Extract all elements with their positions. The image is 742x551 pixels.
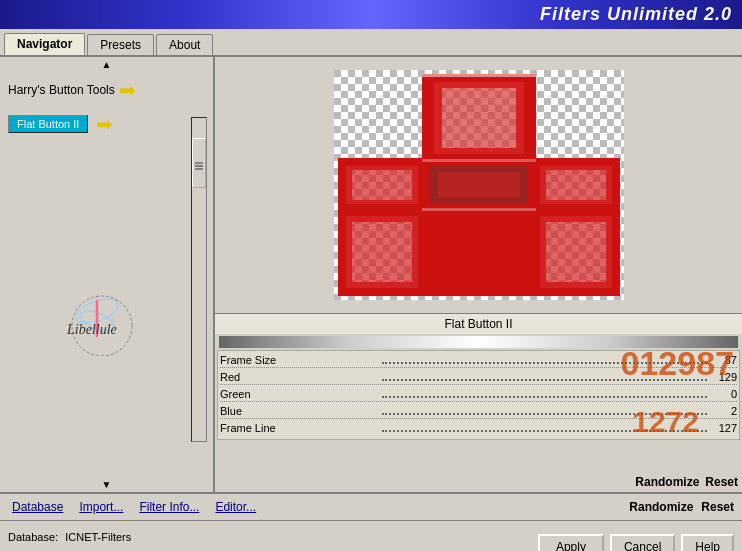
params-section: 012987 1272 Frame Size 87 Red 129 Green … (217, 350, 740, 440)
scroll-thumb[interactable] (192, 138, 206, 188)
title-bar: Filters Unlimited 2.0 (0, 0, 742, 29)
param-label-framesize: Frame Size (220, 354, 382, 366)
param-label-frameline: Frame Line (220, 422, 382, 434)
apply-button[interactable]: Apply (538, 534, 604, 552)
filter-name-display: Flat Button II (215, 313, 742, 334)
right-panel: Flat Button II 012987 1272 Frame Size 87… (215, 57, 742, 492)
param-value-frameline: 127 (707, 422, 737, 434)
tab-about[interactable]: About (156, 34, 213, 55)
toolbar-reset-button[interactable]: Reset (701, 500, 734, 514)
database-button[interactable]: Database (8, 498, 67, 516)
svg-rect-30 (422, 159, 536, 162)
svg-rect-18 (442, 88, 516, 148)
filter-item-row: Harry's Button Tools ➡ (0, 72, 213, 108)
tab-presets[interactable]: Presets (87, 34, 154, 55)
param-dots-2 (382, 390, 707, 398)
param-row-framesize: Frame Size 87 (220, 353, 737, 368)
status-info: Database: ICNET-Filters Filters 1774 (8, 529, 530, 551)
param-dots-3 (382, 407, 707, 415)
param-value-red: 129 (707, 371, 737, 383)
filter-info-button[interactable]: Filter Info... (135, 498, 203, 516)
param-row-green: Green 0 (220, 387, 737, 402)
svg-rect-28 (438, 172, 520, 198)
tab-navigator[interactable]: Navigator (4, 33, 85, 55)
toolbar-right: Randomize Reset (629, 500, 734, 514)
svg-text:Libellule: Libellule (66, 322, 117, 337)
reset-button[interactable]: Reset (705, 475, 738, 489)
svg-rect-14 (422, 208, 536, 296)
status-buttons: Apply Cancel Help (538, 534, 734, 552)
svg-rect-20 (352, 170, 412, 200)
left-panel: ▲ Harry's Button Tools ➡ Flat Button II … (0, 57, 215, 492)
randomize-reset-bar: Randomize Reset (215, 472, 742, 492)
scroll-down[interactable]: ▼ (0, 477, 213, 492)
status-database-row: Database: ICNET-Filters (8, 529, 530, 547)
gradient-slider[interactable] (219, 336, 738, 348)
preview-area (215, 57, 742, 313)
param-value-blue: 2 (707, 405, 737, 417)
help-button[interactable]: Help (681, 534, 734, 552)
svg-rect-22 (546, 170, 606, 200)
randomize-button[interactable]: Randomize (635, 475, 699, 489)
title-text: Filters Unlimited 2.0 (540, 4, 732, 24)
status-bar: Database: ICNET-Filters Filters 1774 App… (0, 520, 742, 551)
param-dots-4 (382, 424, 707, 432)
logo-svg: Libellule (47, 276, 167, 356)
logo-area: Libellule (0, 140, 213, 492)
editor-button[interactable]: Editor... (211, 498, 260, 516)
tab-bar: Navigator Presets About (0, 29, 742, 57)
preview-svg (334, 70, 624, 300)
svg-rect-24 (352, 222, 412, 282)
svg-rect-29 (422, 74, 536, 77)
param-dots-1 (382, 373, 707, 381)
param-dots-0 (382, 356, 707, 364)
svg-rect-31 (422, 208, 536, 211)
arrow-right-icon: ➡ (119, 78, 136, 102)
preview-container (334, 70, 624, 300)
param-label-red: Red (220, 371, 382, 383)
import-button[interactable]: Import... (75, 498, 127, 516)
svg-rect-26 (546, 222, 606, 282)
param-row-red: Red 129 (220, 370, 737, 385)
param-row-frameline: Frame Line 127 (220, 421, 737, 435)
spacer-area (215, 442, 742, 472)
database-label: Database: (8, 531, 58, 543)
flat-button-ii[interactable]: Flat Button II (8, 115, 88, 133)
status-filters-row: Filters 1774 (8, 547, 530, 552)
toolbar-randomize-button[interactable]: Randomize (629, 500, 693, 514)
filter-item-label: Harry's Button Tools (8, 83, 115, 97)
param-row-blue: Blue 2 (220, 404, 737, 419)
cancel-button[interactable]: Cancel (610, 534, 675, 552)
scroll-up[interactable]: ▲ (0, 57, 213, 72)
database-value: ICNET-Filters (65, 531, 131, 543)
param-label-blue: Blue (220, 405, 382, 417)
scroll-grip (195, 162, 203, 164)
vertical-scrollbar[interactable] (191, 117, 207, 442)
param-label-green: Green (220, 388, 382, 400)
param-value-green: 0 (707, 388, 737, 400)
main-content: ▲ Harry's Button Tools ➡ Flat Button II … (0, 57, 742, 492)
filter-button-row: Flat Button II ➡ (0, 108, 213, 140)
arrow-right-icon-2: ➡ (96, 112, 113, 136)
param-value-framesize: 87 (707, 354, 737, 366)
bottom-toolbar: Database Import... Filter Info... Editor… (0, 492, 742, 520)
